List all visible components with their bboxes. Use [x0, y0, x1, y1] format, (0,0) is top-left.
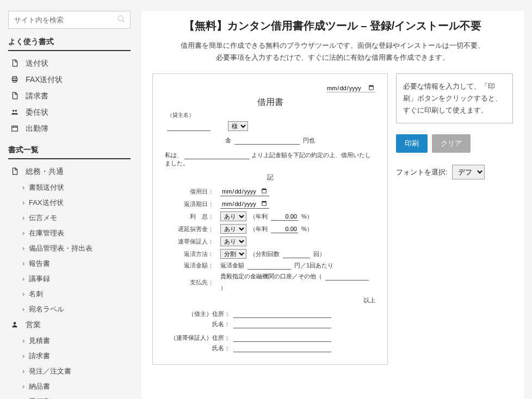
file-icon: [10, 92, 19, 101]
borrower-name-label: 氏名：: [165, 320, 230, 328]
borrower-block: （借主）住所： 氏名：: [165, 310, 375, 328]
category-item[interactable]: 伝言メモ: [8, 210, 131, 226]
category-item[interactable]: FAX送付状: [8, 195, 131, 210]
category-item[interactable]: 発注／注文書: [8, 364, 131, 379]
payee-post: ）: [220, 284, 226, 292]
category-item[interactable]: 議事録: [8, 271, 131, 286]
label-delay: 遅延損害金：: [165, 225, 214, 233]
lender-name-input[interactable]: [167, 123, 211, 131]
svg-rect-7: [12, 126, 18, 130]
freq-item-1[interactable]: FAX送付状: [8, 72, 131, 88]
yen-label: 円也: [303, 136, 315, 145]
guarantor-name-label: 氏名：: [165, 344, 230, 352]
font-select[interactable]: デフ: [452, 165, 485, 179]
category-item[interactable]: 受領書: [8, 394, 131, 399]
borrower-name-input-2[interactable]: [233, 320, 331, 328]
guarantor-addr-label: （連帯保証人）住所：: [165, 334, 230, 342]
split-count-input[interactable]: [283, 250, 310, 258]
category-item[interactable]: 在庫管理表: [8, 226, 131, 241]
clear-button[interactable]: クリア: [432, 134, 471, 153]
category-children-1: 見積書請求書発注／注文書納品書受領書領収書見積依頼書: [8, 333, 131, 399]
guarantor-name-input[interactable]: [233, 344, 331, 352]
ijou-label: 以上: [165, 296, 375, 304]
freq-item-label: FAX送付状: [26, 75, 63, 85]
freq-item-0[interactable]: 送付状: [8, 55, 131, 72]
category-item[interactable]: 見積書: [8, 333, 131, 348]
method-select[interactable]: 分割: [220, 249, 246, 259]
form-table: 借用日： 返済期日： 利 息： あり （年利 %）: [165, 186, 375, 292]
label-method: 返済方法：: [165, 250, 214, 258]
svg-line-1: [122, 20, 125, 22]
delay-select[interactable]: あり: [220, 224, 246, 234]
person-icon: [10, 321, 19, 330]
calendar-icon: [10, 124, 19, 134]
heading-format-list: 書式一覧: [8, 145, 131, 159]
print-button[interactable]: 印刷: [396, 134, 428, 153]
amount-input[interactable]: [234, 136, 300, 145]
category-head-1[interactable]: 営業: [8, 317, 131, 333]
label-interest: 利 息：: [165, 213, 214, 221]
category-head-0[interactable]: 総務・共通: [8, 164, 131, 180]
desc-line-1: 借用書を簡単に作成できる無料のブラウザツールです。面倒な登録やインストールは一切…: [181, 41, 485, 49]
guarantor-select[interactable]: あり: [220, 236, 246, 246]
guarantor-block: （連帯保証人）住所： 氏名：: [165, 334, 375, 352]
label-payee: 支払先：: [165, 278, 214, 286]
lender-label: （貸主名）: [167, 111, 375, 119]
svg-point-0: [118, 16, 123, 21]
category-children-0: 書類送付状FAX送付状伝言メモ在庫管理表備品管理表・持出表報告書議事録名刺宛名ラ…: [8, 180, 131, 317]
delay-post: %）: [301, 225, 313, 233]
print-icon: [10, 76, 19, 85]
label-guarantor: 連帯保証人：: [165, 238, 214, 246]
category-item[interactable]: 納品書: [8, 379, 131, 394]
split-post: 回）: [313, 250, 325, 258]
split-pre: （分割回数: [250, 250, 280, 258]
interest-rate-input[interactable]: [271, 213, 298, 221]
category-list: 総務・共通書類送付状FAX送付状伝言メモ在庫管理表備品管理表・持出表報告書議事録…: [8, 164, 131, 399]
page-title: 【無料】カンタン借用書作成ツール – 登録/インストール不要: [152, 18, 513, 33]
freq-item-3[interactable]: 委任状: [8, 104, 131, 121]
repay-mid: 円／1回あたり: [294, 261, 333, 270]
category-item[interactable]: 備品管理表・持出表: [8, 241, 131, 256]
ki-heading: 記: [165, 173, 375, 182]
payee-other-input[interactable]: [325, 272, 369, 280]
svg-point-6: [15, 109, 17, 111]
loan-date-input[interactable]: [220, 186, 269, 196]
svg-point-5: [13, 109, 15, 111]
freq-item-label: 出勤簿: [26, 124, 48, 134]
delay-rate-input[interactable]: [271, 225, 298, 233]
label-return-date: 返済期日：: [165, 200, 214, 208]
sentence: 私は、 より上記金額を下記の約定の上、借用いたしました。: [165, 151, 375, 167]
borrower-addr-label: （借主）住所：: [165, 310, 230, 318]
search-icon[interactable]: [117, 15, 126, 26]
desc-line-2: 必要事項を入力するだけで、すぐに法的に有効な借用書を作成できます。: [216, 53, 449, 61]
category-label: 営業: [26, 320, 41, 330]
search-wrap: [8, 11, 131, 29]
label-repay-amount: 返済金額：: [165, 261, 214, 270]
interest-pre: （年利: [250, 213, 268, 221]
heading-frequent: よく使う書式: [8, 37, 131, 51]
honorific-select[interactable]: 様: [228, 121, 248, 131]
file-icon: [10, 59, 19, 68]
kin-label: 金: [225, 136, 231, 145]
search-input[interactable]: [9, 11, 130, 28]
guarantor-addr-input[interactable]: [233, 334, 331, 342]
freq-item-2[interactable]: 請求書: [8, 88, 131, 104]
borrower-name-input[interactable]: [184, 151, 250, 159]
right-column: 必要な情報を入力して、「印刷」ボタンをクリックすると、すぐに印刷して使えます。 …: [396, 73, 513, 365]
file-icon: [10, 167, 19, 177]
freq-item-4[interactable]: 出勤簿: [8, 121, 131, 137]
category-item[interactable]: 宛名ラベル: [8, 302, 131, 317]
doc-date-input[interactable]: [326, 84, 375, 92]
category-item[interactable]: 名刺: [8, 286, 131, 302]
category-item[interactable]: 書類送付状: [8, 180, 131, 195]
repay-amount-input[interactable]: [248, 261, 291, 270]
payee-pre: 貴殿指定の金融機関の口座／その他（: [220, 272, 322, 280]
svg-point-11: [14, 322, 16, 325]
borrower-addr-input[interactable]: [233, 310, 331, 318]
category-item[interactable]: 報告書: [8, 256, 131, 271]
interest-select[interactable]: あり: [220, 211, 246, 221]
category-item[interactable]: 請求書: [8, 348, 131, 364]
main-content: 【無料】カンタン借用書作成ツール – 登録/インストール不要 借用書を簡単に作成…: [141, 11, 524, 399]
sentence-prefix: 私は、: [165, 152, 183, 158]
return-date-input[interactable]: [220, 199, 269, 209]
